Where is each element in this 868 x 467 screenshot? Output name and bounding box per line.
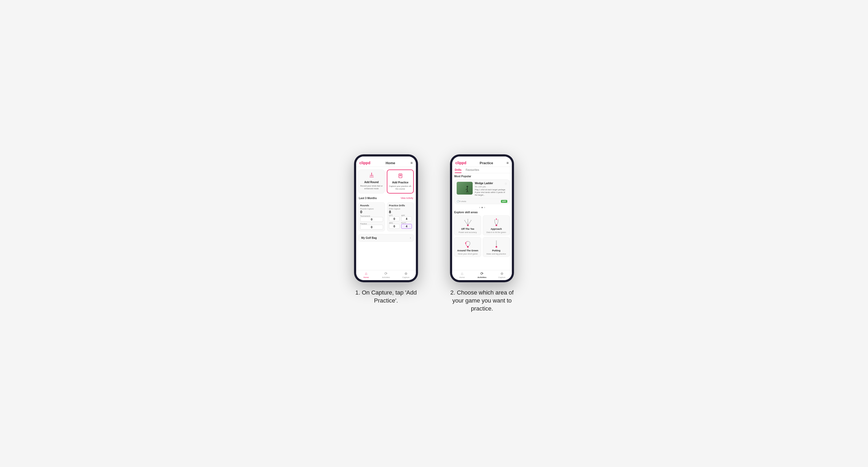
putting-name: Putting xyxy=(492,249,500,252)
phone-2: clippd Practice ≡ Drills Favourites Most… xyxy=(450,154,514,282)
putt-value: 4 xyxy=(401,224,412,229)
approach-name: Approach xyxy=(491,228,502,230)
app-logo-1: clippd xyxy=(359,161,370,165)
featured-footer: 🕐 9 shots APP xyxy=(455,198,509,204)
capture-nav-icon-2: ⊕ xyxy=(500,271,503,276)
drills-panel: Practice Drills Drills Capture 8 OTT 0 A… xyxy=(387,202,414,231)
app-title-1: Home xyxy=(385,161,395,165)
svg-point-17 xyxy=(464,220,465,221)
arg-value: 0 xyxy=(389,224,400,229)
view-activity-link[interactable]: View Activity xyxy=(401,197,413,199)
my-golf-bag[interactable]: My Golf Bag › xyxy=(358,234,414,242)
phones-row: clippd Home ≡ xyxy=(349,154,519,312)
approach-desc: Dial-in to hit the green xyxy=(487,231,506,234)
svg-point-18 xyxy=(467,219,468,220)
app-logo-2: clippd xyxy=(455,161,466,165)
putting-diagram xyxy=(491,239,502,248)
skill-card-putting[interactable]: Putting Make and lag practice xyxy=(483,237,510,257)
putt-label: PUTT xyxy=(401,222,412,224)
home-nav-icon-2: ⌂ xyxy=(461,271,463,276)
dot-1 xyxy=(479,207,480,208)
home-nav-label-1: Home xyxy=(363,276,369,279)
chevron-right-icon: › xyxy=(410,237,411,239)
tab-drills[interactable]: Drills xyxy=(455,167,461,173)
rounds-panel: Rounds Rounds Capture 0 Tournament 0 Pra… xyxy=(358,202,385,231)
app-value: 4 xyxy=(401,216,412,221)
activities-nav-icon-1: ⟳ xyxy=(384,271,388,276)
svg-point-19 xyxy=(470,220,472,221)
svg-point-31 xyxy=(496,244,497,245)
bottom-nav-1: ⌂ Home ⟳ Activities ⊕ Capture xyxy=(356,270,416,280)
home-nav-icon-1: ⌂ xyxy=(365,271,367,276)
clock-icon: 🕐 xyxy=(457,200,459,203)
svg-point-3 xyxy=(371,173,372,174)
app-label: APP xyxy=(401,215,412,216)
featured-card[interactable]: Wedge Ladder ☆ 50–100 yds Play 1 shot at… xyxy=(454,179,510,204)
last3months-label: Last 3 Months xyxy=(359,197,377,200)
status-bar-1 xyxy=(356,156,416,160)
skill-card-approach[interactable]: Approach Dial-in to hit the green xyxy=(483,215,510,236)
action-cards: Add Round Record your shots fast or enha… xyxy=(356,167,416,196)
skill-card-atg[interactable]: Around The Green Hone your short game xyxy=(454,237,481,257)
activities-nav-icon-2: ⟳ xyxy=(480,271,484,276)
caption-2-text: Choose which area of your game you want … xyxy=(453,289,514,312)
activities-nav-label-2: Activities xyxy=(477,276,486,279)
featured-desc: Play 1 shot at each target yardage. If y… xyxy=(475,188,507,196)
ott-label: OTT xyxy=(389,215,400,216)
featured-info: Wedge Ladder ☆ 50–100 yds Play 1 shot at… xyxy=(475,182,507,196)
stats-grid: Rounds Rounds Capture 0 Tournament 0 Pra… xyxy=(356,201,416,233)
featured-img xyxy=(457,182,473,195)
off-the-tee-desc: Power and accuracy xyxy=(459,231,477,234)
arg-label: ARG xyxy=(389,222,400,224)
caption-1-number: 1. xyxy=(355,289,360,296)
caption-1-text: On Capture, tap 'Add Practice'. xyxy=(362,289,417,304)
ott-app-row: OTT 0 APP 4 xyxy=(389,215,412,221)
skill-card-off-the-tee[interactable]: Off The Tee Power and accuracy xyxy=(454,215,481,236)
app-title-2: Practice xyxy=(479,161,493,165)
hamburger-icon-2[interactable]: ≡ xyxy=(506,161,509,165)
nav-home-1[interactable]: ⌂ Home xyxy=(356,271,376,279)
tabs-bar: Drills Favourites xyxy=(452,167,512,173)
caption-2-number: 2. xyxy=(450,289,455,296)
nav-activities-1[interactable]: ⟳ Activities xyxy=(376,271,396,279)
explore-label: Explore skill areas xyxy=(454,211,510,214)
svg-point-30 xyxy=(496,243,497,244)
drills-title: Practice Drills xyxy=(389,204,412,207)
arg-putt-row: ARG 0 PUTT 4 xyxy=(389,222,412,229)
nav-activities-2[interactable]: ⟳ Activities xyxy=(472,271,492,279)
app-item: APP 4 xyxy=(401,215,412,221)
tab-favourites[interactable]: Favourites xyxy=(466,167,479,173)
hamburger-icon-1[interactable]: ≡ xyxy=(410,161,413,165)
app-badge: APP xyxy=(501,200,507,203)
bottom-nav-2: ⌂ Home ⟳ Activities ⊕ Capture xyxy=(452,270,512,280)
ott-value: 0 xyxy=(389,216,400,221)
approach-diagram xyxy=(491,218,502,227)
putt-item: PUTT 4 xyxy=(401,222,412,229)
add-round-title: Add Round xyxy=(365,181,379,184)
phone-1-screen: clippd Home ≡ xyxy=(356,156,416,280)
add-practice-title: Add Practice xyxy=(392,181,408,184)
atg-desc: Hone your short game xyxy=(458,253,477,255)
nav-home-2[interactable]: ⌂ Home xyxy=(452,271,472,279)
practice-content: Most Popular xyxy=(452,173,512,270)
dot-3 xyxy=(484,207,485,208)
rounds-title: Rounds xyxy=(360,204,383,207)
add-practice-icon xyxy=(398,173,403,180)
app-header-1: clippd Home ≡ xyxy=(356,160,416,167)
status-bar-2 xyxy=(452,156,512,160)
shots-label: 9 shots xyxy=(459,200,466,203)
nav-capture-1[interactable]: ⊕ Capture xyxy=(396,271,416,279)
phone-2-screen: clippd Practice ≡ Drills Favourites Most… xyxy=(452,156,512,280)
featured-card-inner: Wedge Ladder ☆ 50–100 yds Play 1 shot at… xyxy=(455,180,509,198)
add-practice-card[interactable]: Add Practice Capture your practice off-t… xyxy=(387,169,414,193)
svg-line-16 xyxy=(468,220,471,225)
app-header-2: clippd Practice ≡ xyxy=(452,160,512,167)
phone-1-section: clippd Home ≡ xyxy=(349,154,423,304)
nav-capture-2[interactable]: ⊕ Capture xyxy=(492,271,512,279)
capture-nav-label-1: Capture xyxy=(402,276,409,279)
tournament-value: 0 xyxy=(360,217,383,222)
golfer-silhouette-icon xyxy=(465,186,470,193)
add-round-card[interactable]: Add Round Record your shots fast or enha… xyxy=(358,169,385,193)
svg-point-29 xyxy=(496,241,497,242)
tournament-label: Tournament xyxy=(360,215,383,217)
